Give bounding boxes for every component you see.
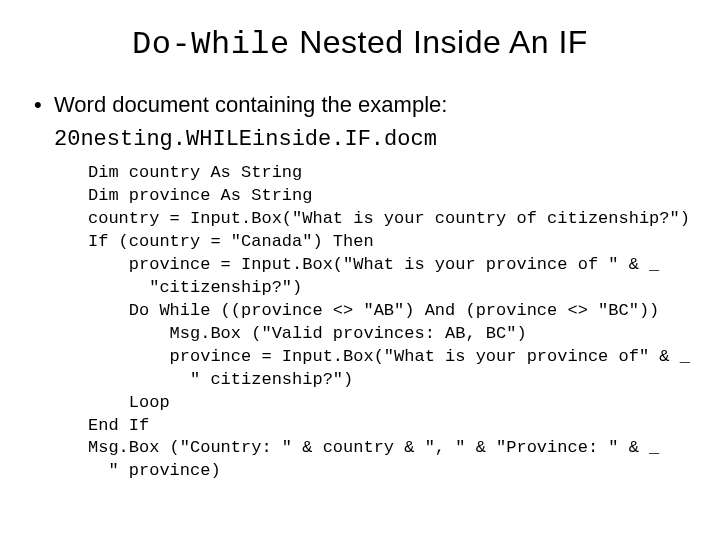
bullet-text: Word document containing the example: xyxy=(54,92,447,117)
slide-title: Do-While Nested Inside An IF xyxy=(32,24,688,63)
example-filename: 20nesting.WHILEinside.IF.docm xyxy=(54,127,437,152)
title-text-part: Nested Inside An IF xyxy=(290,24,588,60)
bullet-line: Word document containing the example: xyxy=(32,91,688,120)
example-filename-line: 20nesting.WHILEinside.IF.docm xyxy=(32,124,688,155)
slide: Do-While Nested Inside An IF Word docume… xyxy=(0,0,720,540)
code-block: Dim country As String Dim province As St… xyxy=(88,162,688,483)
title-code-part: Do-While xyxy=(132,26,290,63)
